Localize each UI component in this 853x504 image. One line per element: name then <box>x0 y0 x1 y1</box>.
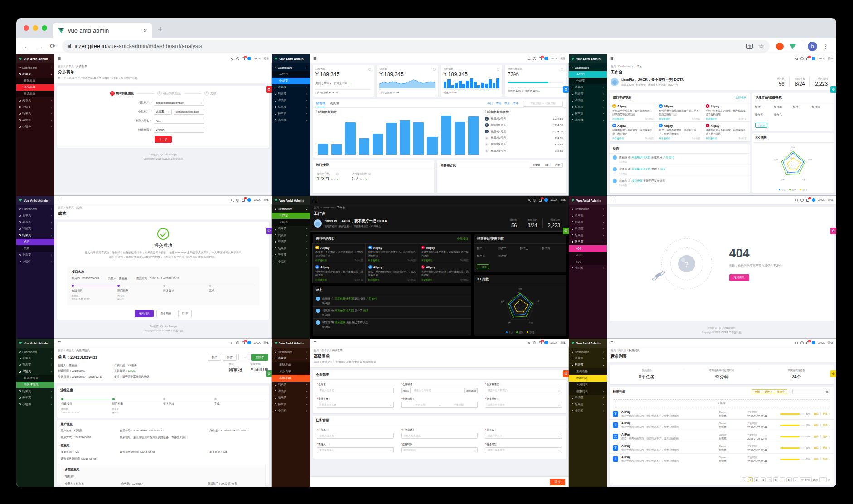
project-tile[interactable]: ◆Alipay 希望是一个好东西，也许是最好的，好东西是不会消亡的 科学搬砖组9… <box>312 243 366 263</box>
help-icon[interactable]: ? <box>236 341 239 344</box>
bell-icon[interactable]: 12 <box>806 341 809 344</box>
minimize-window-button[interactable] <box>33 25 38 31</box>
activity-link[interactable]: 八月迭代 <box>366 297 377 300</box>
sidebar-item[interactable]: 高级详情页 <box>16 382 54 388</box>
sidebar-item[interactable]: 列表页▾ <box>16 219 54 226</box>
app-logo[interactable]: Vue Antd Admin <box>272 339 310 348</box>
more-link[interactable]: 更多 ∨ <box>823 412 830 416</box>
reload-button[interactable]: ⟳ <box>50 42 56 50</box>
help-icon[interactable]: ? <box>533 57 536 60</box>
list-item[interactable]: 支 AliPay那是一种内在的东西，他们到达不了，也无法触及的 Owner付晓晓… <box>610 420 834 431</box>
activity-link[interactable]: 高逼格设计天团 <box>334 309 354 312</box>
help-icon[interactable]: ? <box>236 57 239 60</box>
project-group-link[interactable]: 科学搬砖组 <box>612 117 624 120</box>
language-switch[interactable]: 简体 <box>828 341 833 345</box>
sidebar-item[interactable]: 列表页▾ <box>16 362 54 368</box>
bell-icon[interactable]: 12 <box>242 341 245 344</box>
language-switch[interactable]: 简体 <box>560 57 566 61</box>
all-projects-link[interactable]: 全部项目 <box>457 237 468 241</box>
sidebar-item[interactable]: Dashboard▾ <box>16 64 54 71</box>
sidebar-item[interactable]: 小组件▾ <box>16 401 54 408</box>
project-group-link[interactable]: 科学搬砖组 <box>368 259 380 262</box>
sidebar-item[interactable]: 列表页▾ <box>569 219 607 226</box>
sidebar-item[interactable]: 详情页▾ <box>272 97 310 104</box>
project-group-link[interactable]: 科学搬砖组 <box>315 278 327 281</box>
sidebar-item[interactable]: 工作台 <box>272 213 310 219</box>
page-button[interactable]: › <box>793 477 798 482</box>
date-range-picker[interactable]: 开始日期~结束日期 <box>401 402 478 408</box>
sidebar-item[interactable]: 表单页▾ <box>569 213 607 219</box>
warehouse-type-select[interactable]: 请选择仓库类型∨ <box>485 402 562 408</box>
project-tile[interactable]: 支Alipay 城镇中有那么多的酒馆，她却偏偏走进了我的酒馆 科学搬砖组9小时前 <box>312 263 366 283</box>
theme-settings-button[interactable]: ⚙ <box>830 86 836 93</box>
edit-link[interactable]: 编辑 <box>814 435 819 438</box>
op-link[interactable]: 操作二 <box>774 105 793 109</box>
search-icon[interactable] <box>231 199 233 201</box>
info-icon[interactable]: i <box>336 173 339 175</box>
sidebar-item[interactable]: 搜索列表▾ <box>569 388 607 395</box>
user-avatar[interactable] <box>812 341 815 344</box>
bell-icon[interactable]: 12 <box>539 341 542 344</box>
hamburger-icon[interactable]: ☰ <box>610 198 613 202</box>
action-button[interactable]: 操作 <box>208 354 221 361</box>
amount-input[interactable]: ¥ 5000 <box>154 127 204 133</box>
translate-icon[interactable]: 文 <box>746 44 753 49</box>
sidebar-item[interactable]: 小组件▾ <box>569 408 607 415</box>
user-avatar[interactable] <box>544 341 548 344</box>
sidebar-item[interactable]: 表单页▾ <box>16 213 54 219</box>
more-link[interactable]: 更多 ∨ <box>823 424 830 427</box>
filter-button[interactable]: 等待中 <box>775 389 788 394</box>
activity-link[interactable]: 高逼格设计天团 <box>334 297 354 300</box>
sidebar-item[interactable]: 分步表单 <box>272 368 310 375</box>
sidebar-item[interactable]: 异常页▾ <box>16 117 54 124</box>
user-avatar[interactable] <box>544 57 548 60</box>
op-link[interactable]: 操作三 <box>520 247 542 251</box>
more-link[interactable]: 更多 ∨ <box>823 446 830 450</box>
edit-link[interactable]: 编辑 <box>814 458 819 461</box>
help-icon[interactable]: ? <box>533 199 536 202</box>
op-link[interactable]: 操作二 <box>499 247 520 251</box>
sidebar-item[interactable]: 列表页▾ <box>16 97 54 104</box>
page-button[interactable]: 3 <box>761 477 766 482</box>
search-icon[interactable] <box>795 199 798 201</box>
close-tab-icon[interactable]: × <box>143 27 147 34</box>
op-link[interactable]: 操作一 <box>477 247 499 251</box>
project-group-link[interactable]: 科学搬砖组 <box>315 259 327 262</box>
add-op-button[interactable]: + 添加 <box>755 123 768 128</box>
warehouse-domain-input[interactable]: http://请输入仓库域名.github.io <box>401 388 478 393</box>
op-link[interactable]: 操作六 <box>499 254 520 258</box>
sidebar-item[interactable]: 403 <box>569 252 607 259</box>
page-button[interactable]: 2 <box>754 477 759 482</box>
sidebar-item[interactable]: 异常页▾ <box>272 111 310 117</box>
activity-link[interactable]: 高逼格设计天团 <box>631 156 650 159</box>
search-icon[interactable] <box>795 342 798 344</box>
sidebar-item[interactable]: 工作台 <box>569 71 607 78</box>
language-switch[interactable]: 简体 <box>828 198 833 202</box>
warehouse-admin-select[interactable]: 请选择仓库管理员∨ <box>485 388 562 393</box>
sidebar-item[interactable]: 结果页▴ <box>16 232 54 239</box>
receive-account-input[interactable]: test@example.com <box>174 109 204 115</box>
activity-link[interactable]: 八月迭代 <box>663 156 674 159</box>
related-doc-link[interactable]: 12421 <box>128 369 136 372</box>
sidebar-item[interactable]: 分步表单 <box>16 84 54 91</box>
new-tab-button[interactable]: + <box>158 24 163 34</box>
info-icon[interactable]: i <box>433 68 436 71</box>
project-group-link[interactable]: 科学搬砖组 <box>659 137 670 140</box>
theme-settings-button[interactable]: ⚙ <box>266 370 272 377</box>
filter-button[interactable]: 全部 <box>752 389 762 394</box>
hamburger-icon[interactable]: ☰ <box>313 341 316 345</box>
page-button[interactable]: 5 <box>773 477 778 482</box>
sidebar-item[interactable]: 列表页▴ <box>569 362 607 368</box>
sidebar-item[interactable]: 详情页▾ <box>569 395 607 402</box>
help-icon[interactable]: ? <box>800 57 804 60</box>
sidebar-item[interactable]: Dashboard▴ <box>569 64 607 71</box>
sidebar-item[interactable]: Dashboard▾ <box>16 206 54 213</box>
sidebar-item[interactable]: 基础详情页 <box>16 375 54 382</box>
help-icon[interactable]: ? <box>236 199 239 202</box>
project-group-link[interactable]: 科学搬砖组 <box>421 259 432 262</box>
tab-visits[interactable]: 访问量 <box>330 99 339 107</box>
project-tile[interactable]: ◆Alipay 希望是一个好东西，也许是最好的，好东西是不会消亡的 科学搬砖组9… <box>609 102 656 122</box>
user-avatar[interactable] <box>247 341 251 344</box>
sidebar-item[interactable]: 详情页▾ <box>16 226 54 233</box>
sidebar-item[interactable]: 结果页▾ <box>272 245 310 252</box>
